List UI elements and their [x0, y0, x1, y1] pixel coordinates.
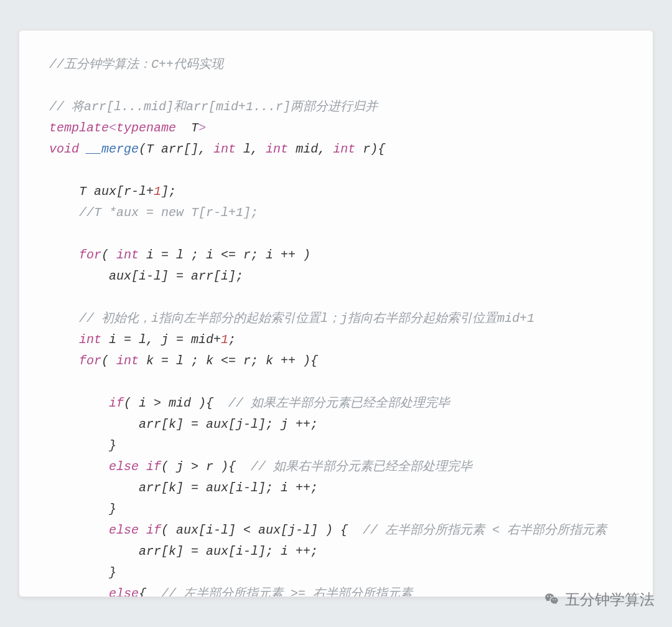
wechat-icon — [544, 592, 560, 608]
code-comment: // 左半部分所指元素 < 右半部分所指元素 — [363, 523, 607, 537]
code-text: } — [109, 438, 116, 453]
code-keyword: int — [79, 332, 101, 347]
code-comment: // 如果左半部分元素已经全部处理完毕 — [228, 396, 450, 410]
code-keyword: else if — [109, 523, 161, 537]
code-keyword: int — [116, 354, 139, 368]
code-text: arr[k] = aux[i-l]; i ++; — [139, 481, 318, 495]
code-keyword: if — [109, 396, 124, 410]
code-angle: > — [198, 121, 206, 135]
code-text: ]; — [161, 184, 176, 199]
code-comment: // 左半部分所指元素 >= 右半部分所指元素 — [161, 587, 413, 597]
code-text: (T arr[], — [139, 142, 213, 156]
code-text: mid, — [288, 142, 333, 156]
code-keyword: int — [333, 142, 355, 156]
code-comment: // 初始化，i指向左半部分的起始索引位置l；j指向右半部分起始索引位置mid+… — [79, 311, 534, 326]
code-keyword: typename — [116, 121, 176, 135]
code-keyword: for — [79, 354, 101, 368]
code-text: ( aux[i-l] < aux[j-l] ) { — [161, 523, 363, 537]
code-keyword: void — [49, 142, 79, 156]
code-text: k = l ; k <= r; k ++ ){ — [139, 354, 318, 368]
code-text: arr[k] = aux[i-l]; i ++; — [139, 544, 318, 559]
watermark-text: 五分钟学算法 — [565, 590, 655, 610]
code-text: ; — [228, 332, 236, 347]
code-text: T — [176, 121, 198, 135]
code-text: ( j > r ){ — [161, 460, 251, 474]
code-comment: //T *aux = new T[r-l+1]; — [79, 205, 258, 220]
code-num: 1 — [221, 332, 228, 347]
code-text: T aux[r-l+ — [79, 184, 154, 199]
code-fn: __merge — [86, 142, 139, 156]
code-text: ( — [101, 248, 116, 262]
code-text: { — [139, 587, 161, 597]
code-keyword: else if — [109, 460, 161, 474]
code-text: i = l, j = mid+ — [101, 332, 221, 347]
code-text: ( i > mid ){ — [124, 396, 228, 410]
watermark: 五分钟学算法 — [544, 590, 655, 610]
code-comment: // 如果右半部分元素已经全部处理完毕 — [251, 460, 472, 474]
code-comment: //五分钟学算法：C++代码实现 — [49, 57, 223, 72]
code-text: aux[i-l] = arr[i]; — [109, 269, 243, 283]
code-text: } — [109, 565, 116, 580]
code-num: 1 — [154, 184, 161, 199]
code-keyword: int — [213, 142, 236, 156]
code-keyword: for — [79, 248, 101, 262]
code-angle: < — [109, 121, 116, 135]
code-text: } — [109, 502, 116, 516]
code-keyword: else — [109, 587, 139, 597]
code-keyword: int — [266, 142, 288, 156]
code-card: //五分钟学算法：C++代码实现 // 将arr[l...mid]和arr[mi… — [19, 30, 653, 597]
code-text: i = l ; i <= r; i ++ ) — [139, 248, 310, 262]
code-comment: // 将arr[l...mid]和arr[mid+1...r]两部分进行归并 — [49, 100, 378, 114]
code-keyword: template — [49, 121, 109, 135]
code-text: l, — [236, 142, 266, 156]
code-text: r){ — [355, 142, 385, 156]
code-block: //五分钟学算法：C++代码实现 // 将arr[l...mid]和arr[mi… — [49, 54, 634, 597]
code-text: ( — [101, 354, 116, 368]
code-keyword: int — [116, 248, 139, 262]
code-text: arr[k] = aux[j-l]; j ++; — [139, 417, 318, 431]
